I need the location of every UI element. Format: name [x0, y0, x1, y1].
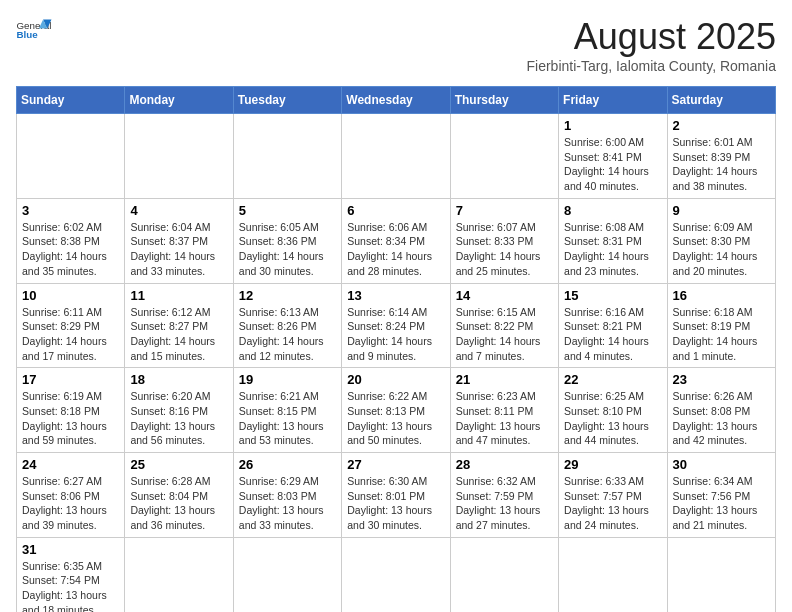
- day-info: Sunrise: 6:22 AM Sunset: 8:13 PM Dayligh…: [347, 389, 444, 448]
- calendar-cell: 12Sunrise: 6:13 AM Sunset: 8:26 PM Dayli…: [233, 283, 341, 368]
- day-info: Sunrise: 6:25 AM Sunset: 8:10 PM Dayligh…: [564, 389, 661, 448]
- calendar-cell: 13Sunrise: 6:14 AM Sunset: 8:24 PM Dayli…: [342, 283, 450, 368]
- day-info: Sunrise: 6:16 AM Sunset: 8:21 PM Dayligh…: [564, 305, 661, 364]
- calendar-week-row: 3Sunrise: 6:02 AM Sunset: 8:38 PM Daylig…: [17, 198, 776, 283]
- calendar-cell: 14Sunrise: 6:15 AM Sunset: 8:22 PM Dayli…: [450, 283, 558, 368]
- day-info: Sunrise: 6:18 AM Sunset: 8:19 PM Dayligh…: [673, 305, 770, 364]
- calendar-cell: 4Sunrise: 6:04 AM Sunset: 8:37 PM Daylig…: [125, 198, 233, 283]
- day-info: Sunrise: 6:28 AM Sunset: 8:04 PM Dayligh…: [130, 474, 227, 533]
- day-info: Sunrise: 6:15 AM Sunset: 8:22 PM Dayligh…: [456, 305, 553, 364]
- day-number: 10: [22, 288, 119, 303]
- calendar-cell: 15Sunrise: 6:16 AM Sunset: 8:21 PM Dayli…: [559, 283, 667, 368]
- calendar-cell: 11Sunrise: 6:12 AM Sunset: 8:27 PM Dayli…: [125, 283, 233, 368]
- calendar-title: August 2025: [526, 16, 776, 58]
- day-number: 14: [456, 288, 553, 303]
- day-info: Sunrise: 6:05 AM Sunset: 8:36 PM Dayligh…: [239, 220, 336, 279]
- day-info: Sunrise: 6:26 AM Sunset: 8:08 PM Dayligh…: [673, 389, 770, 448]
- calendar-cell: [125, 114, 233, 199]
- calendar-cell: [233, 537, 341, 612]
- calendar-cell: 6Sunrise: 6:06 AM Sunset: 8:34 PM Daylig…: [342, 198, 450, 283]
- calendar-cell: 5Sunrise: 6:05 AM Sunset: 8:36 PM Daylig…: [233, 198, 341, 283]
- day-info: Sunrise: 6:33 AM Sunset: 7:57 PM Dayligh…: [564, 474, 661, 533]
- day-number: 8: [564, 203, 661, 218]
- weekday-header: Saturday: [667, 87, 775, 114]
- calendar-week-row: 24Sunrise: 6:27 AM Sunset: 8:06 PM Dayli…: [17, 453, 776, 538]
- day-info: Sunrise: 6:07 AM Sunset: 8:33 PM Dayligh…: [456, 220, 553, 279]
- calendar-cell: [342, 114, 450, 199]
- calendar-cell: 20Sunrise: 6:22 AM Sunset: 8:13 PM Dayli…: [342, 368, 450, 453]
- day-number: 26: [239, 457, 336, 472]
- weekday-header: Thursday: [450, 87, 558, 114]
- logo: General Blue: [16, 16, 52, 44]
- day-info: Sunrise: 6:29 AM Sunset: 8:03 PM Dayligh…: [239, 474, 336, 533]
- day-number: 6: [347, 203, 444, 218]
- day-info: Sunrise: 6:32 AM Sunset: 7:59 PM Dayligh…: [456, 474, 553, 533]
- calendar-cell: [125, 537, 233, 612]
- calendar-cell: 10Sunrise: 6:11 AM Sunset: 8:29 PM Dayli…: [17, 283, 125, 368]
- calendar-cell: 27Sunrise: 6:30 AM Sunset: 8:01 PM Dayli…: [342, 453, 450, 538]
- weekday-header: Sunday: [17, 87, 125, 114]
- calendar-cell: 29Sunrise: 6:33 AM Sunset: 7:57 PM Dayli…: [559, 453, 667, 538]
- calendar-cell: 28Sunrise: 6:32 AM Sunset: 7:59 PM Dayli…: [450, 453, 558, 538]
- day-info: Sunrise: 6:30 AM Sunset: 8:01 PM Dayligh…: [347, 474, 444, 533]
- day-info: Sunrise: 6:01 AM Sunset: 8:39 PM Dayligh…: [673, 135, 770, 194]
- day-number: 5: [239, 203, 336, 218]
- calendar-table: SundayMondayTuesdayWednesdayThursdayFrid…: [16, 86, 776, 612]
- calendar-cell: 1Sunrise: 6:00 AM Sunset: 8:41 PM Daylig…: [559, 114, 667, 199]
- day-info: Sunrise: 6:19 AM Sunset: 8:18 PM Dayligh…: [22, 389, 119, 448]
- day-info: Sunrise: 6:20 AM Sunset: 8:16 PM Dayligh…: [130, 389, 227, 448]
- day-number: 1: [564, 118, 661, 133]
- day-number: 28: [456, 457, 553, 472]
- page-header: General Blue August 2025 Fierbinti-Targ,…: [16, 16, 776, 74]
- calendar-cell: [667, 537, 775, 612]
- day-number: 4: [130, 203, 227, 218]
- day-number: 24: [22, 457, 119, 472]
- calendar-cell: 16Sunrise: 6:18 AM Sunset: 8:19 PM Dayli…: [667, 283, 775, 368]
- logo-icon: General Blue: [16, 16, 52, 44]
- calendar-cell: 17Sunrise: 6:19 AM Sunset: 8:18 PM Dayli…: [17, 368, 125, 453]
- calendar-cell: 25Sunrise: 6:28 AM Sunset: 8:04 PM Dayli…: [125, 453, 233, 538]
- calendar-cell: [342, 537, 450, 612]
- weekday-header: Friday: [559, 87, 667, 114]
- calendar-cell: 24Sunrise: 6:27 AM Sunset: 8:06 PM Dayli…: [17, 453, 125, 538]
- day-info: Sunrise: 6:27 AM Sunset: 8:06 PM Dayligh…: [22, 474, 119, 533]
- calendar-week-row: 10Sunrise: 6:11 AM Sunset: 8:29 PM Dayli…: [17, 283, 776, 368]
- day-info: Sunrise: 6:34 AM Sunset: 7:56 PM Dayligh…: [673, 474, 770, 533]
- day-number: 17: [22, 372, 119, 387]
- day-number: 13: [347, 288, 444, 303]
- day-number: 9: [673, 203, 770, 218]
- calendar-cell: 8Sunrise: 6:08 AM Sunset: 8:31 PM Daylig…: [559, 198, 667, 283]
- calendar-cell: 18Sunrise: 6:20 AM Sunset: 8:16 PM Dayli…: [125, 368, 233, 453]
- calendar-cell: 31Sunrise: 6:35 AM Sunset: 7:54 PM Dayli…: [17, 537, 125, 612]
- title-block: August 2025 Fierbinti-Targ, Ialomita Cou…: [526, 16, 776, 74]
- calendar-cell: [559, 537, 667, 612]
- calendar-week-row: 17Sunrise: 6:19 AM Sunset: 8:18 PM Dayli…: [17, 368, 776, 453]
- day-info: Sunrise: 6:11 AM Sunset: 8:29 PM Dayligh…: [22, 305, 119, 364]
- day-info: Sunrise: 6:08 AM Sunset: 8:31 PM Dayligh…: [564, 220, 661, 279]
- day-number: 31: [22, 542, 119, 557]
- day-info: Sunrise: 6:13 AM Sunset: 8:26 PM Dayligh…: [239, 305, 336, 364]
- calendar-cell: 2Sunrise: 6:01 AM Sunset: 8:39 PM Daylig…: [667, 114, 775, 199]
- day-number: 20: [347, 372, 444, 387]
- day-number: 25: [130, 457, 227, 472]
- day-number: 15: [564, 288, 661, 303]
- calendar-week-row: 1Sunrise: 6:00 AM Sunset: 8:41 PM Daylig…: [17, 114, 776, 199]
- calendar-cell: [450, 114, 558, 199]
- day-number: 21: [456, 372, 553, 387]
- calendar-cell: 19Sunrise: 6:21 AM Sunset: 8:15 PM Dayli…: [233, 368, 341, 453]
- day-info: Sunrise: 6:14 AM Sunset: 8:24 PM Dayligh…: [347, 305, 444, 364]
- weekday-header: Monday: [125, 87, 233, 114]
- day-info: Sunrise: 6:00 AM Sunset: 8:41 PM Dayligh…: [564, 135, 661, 194]
- day-number: 22: [564, 372, 661, 387]
- calendar-cell: 30Sunrise: 6:34 AM Sunset: 7:56 PM Dayli…: [667, 453, 775, 538]
- weekday-header-row: SundayMondayTuesdayWednesdayThursdayFrid…: [17, 87, 776, 114]
- calendar-cell: 21Sunrise: 6:23 AM Sunset: 8:11 PM Dayli…: [450, 368, 558, 453]
- day-info: Sunrise: 6:06 AM Sunset: 8:34 PM Dayligh…: [347, 220, 444, 279]
- day-number: 30: [673, 457, 770, 472]
- calendar-cell: [17, 114, 125, 199]
- calendar-cell: [450, 537, 558, 612]
- calendar-week-row: 31Sunrise: 6:35 AM Sunset: 7:54 PM Dayli…: [17, 537, 776, 612]
- day-info: Sunrise: 6:21 AM Sunset: 8:15 PM Dayligh…: [239, 389, 336, 448]
- calendar-cell: 22Sunrise: 6:25 AM Sunset: 8:10 PM Dayli…: [559, 368, 667, 453]
- day-number: 2: [673, 118, 770, 133]
